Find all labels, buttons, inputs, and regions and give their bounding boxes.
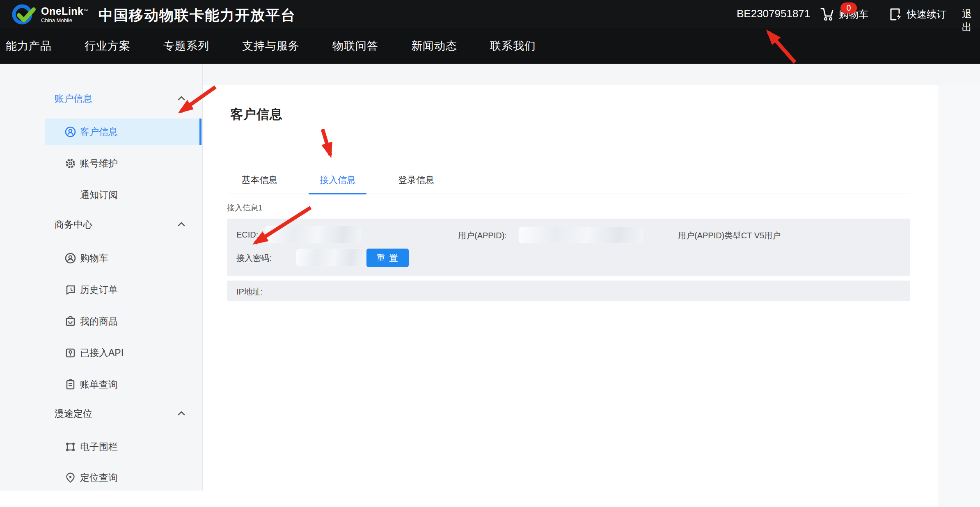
sidebar-item-label: 账单查询: [80, 378, 118, 391]
sidebar-item-label: 我的商品: [80, 315, 118, 328]
quick-renew-label: 快速续订: [907, 8, 946, 21]
sidebar-item-label: 客户信息: [80, 126, 118, 138]
active-tab-underline: [309, 193, 366, 194]
api-key-icon: [65, 347, 76, 359]
sidebar-section-mantu-location[interactable]: 漫途定位: [55, 407, 190, 420]
cart-circle-icon: [65, 253, 76, 264]
chevron-up-icon: [178, 411, 185, 416]
nav-item-capability-products[interactable]: 能力产品: [6, 39, 52, 53]
appid-type-value: CT V5用户: [741, 230, 781, 241]
tab-access-info[interactable]: 接入信息: [309, 174, 366, 186]
access-info-section-label: 接入信息1: [227, 203, 263, 213]
onelink-logo-icon: [11, 3, 38, 26]
primary-nav: 能力产品 行业方案 专题系列 支持与服务 物联问答 新闻动态 联系我们: [6, 28, 536, 64]
logo-subtitle: China Mobile: [41, 18, 88, 23]
logout-button[interactable]: 退出: [962, 7, 980, 34]
goods-bag-icon: [65, 316, 76, 327]
account-id[interactable]: BE2307951871: [737, 7, 810, 20]
sidebar-section-label: 商务中心: [55, 218, 92, 231]
sidebar-item-notification-subscription[interactable]: 通知订阅: [45, 182, 201, 208]
access-password-label: 接入密码:: [236, 253, 272, 264]
page-title: 客户信息: [230, 106, 283, 123]
password-value-redacted: [296, 249, 364, 266]
ip-address-panel: IP地址:: [227, 281, 910, 301]
sidebar-item-label: 购物车: [80, 252, 108, 265]
reset-password-button[interactable]: 重 置: [366, 249, 409, 267]
gear-icon: [65, 158, 76, 169]
ip-address-label: IP地址:: [236, 286, 263, 297]
sidebar-section-business-center[interactable]: 商务中心: [55, 218, 190, 231]
appid-value-redacted: [519, 227, 643, 243]
logo-brand-text: OneLink: [41, 5, 84, 17]
chevron-up-icon: [178, 222, 185, 226]
sidebar-item-label: 电子围栏: [80, 441, 118, 453]
sidebar-item-account-maintenance[interactable]: 账号维护: [45, 150, 201, 176]
site-title: 中国移动物联卡能力开放平台: [98, 6, 296, 25]
sidebar-section-label: 账户信息: [55, 92, 92, 105]
sidebar-item-geo-fence[interactable]: 电子围栏: [45, 434, 201, 460]
cart-icon: [820, 7, 835, 21]
quick-renew-button[interactable]: 快速续订: [889, 7, 946, 21]
appid-type-label: 用户(APPID)类型:: [678, 230, 743, 241]
onelink-logo[interactable]: OneLink™ China Mobile: [11, 2, 88, 26]
appid-label: 用户(APPID):: [458, 230, 507, 241]
sidebar-item-label: 已接入API: [80, 347, 124, 359]
sidebar-item-order-history[interactable]: 历史订单: [45, 276, 201, 303]
ecid-label: ECID:: [236, 230, 258, 240]
nav-item-iot-qa[interactable]: 物联问答: [332, 39, 378, 53]
ecid-value-redacted: [265, 226, 361, 243]
sidebar-section-label: 漫途定位: [55, 407, 92, 420]
nav-item-industry-solutions[interactable]: 行业方案: [85, 39, 131, 53]
active-item-indicator: [199, 119, 201, 145]
user-circle-icon: [65, 126, 76, 137]
tab-basic-info[interactable]: 基本信息: [231, 174, 288, 186]
history-order-icon: [65, 284, 76, 295]
chevron-up-icon: [178, 96, 185, 100]
sidebar-item-label: 账号维护: [80, 157, 118, 170]
bill-icon: [65, 379, 76, 390]
sidebar-item-bill-inquiry[interactable]: 账单查询: [45, 371, 201, 397]
sidebar-item-customer-info[interactable]: 客户信息: [45, 119, 201, 145]
nav-item-contact-us[interactable]: 联系我们: [490, 39, 536, 53]
quick-renew-icon: [889, 7, 903, 21]
sidebar-section-account-info[interactable]: 账户信息: [55, 92, 190, 105]
page-right-margin: [938, 85, 980, 507]
sidebar-item-my-products[interactable]: 我的商品: [45, 308, 201, 334]
sidebar-item-location-query[interactable]: 定位查询: [45, 464, 201, 491]
sidebar-item-shopping-cart[interactable]: 购物车: [45, 245, 201, 271]
logo-trademark: ™: [84, 8, 88, 13]
sidebar-item-label: 历史订单: [80, 283, 118, 296]
sidebar-item-label: 通知订阅: [80, 189, 118, 201]
location-pin-icon: [65, 472, 76, 483]
tab-login-info[interactable]: 登录信息: [387, 174, 445, 186]
fence-icon: [65, 441, 76, 452]
nav-item-news[interactable]: 新闻动态: [411, 39, 457, 53]
nav-item-special-series[interactable]: 专题系列: [163, 39, 209, 53]
sidebar-item-label: 定位查询: [80, 471, 118, 484]
sidebar-item-connected-api[interactable]: 已接入API: [45, 340, 201, 366]
cart-count-badge: 0: [840, 2, 857, 14]
logout-label: 退出: [962, 7, 980, 34]
nav-item-support-service[interactable]: 支持与服务: [242, 39, 300, 53]
